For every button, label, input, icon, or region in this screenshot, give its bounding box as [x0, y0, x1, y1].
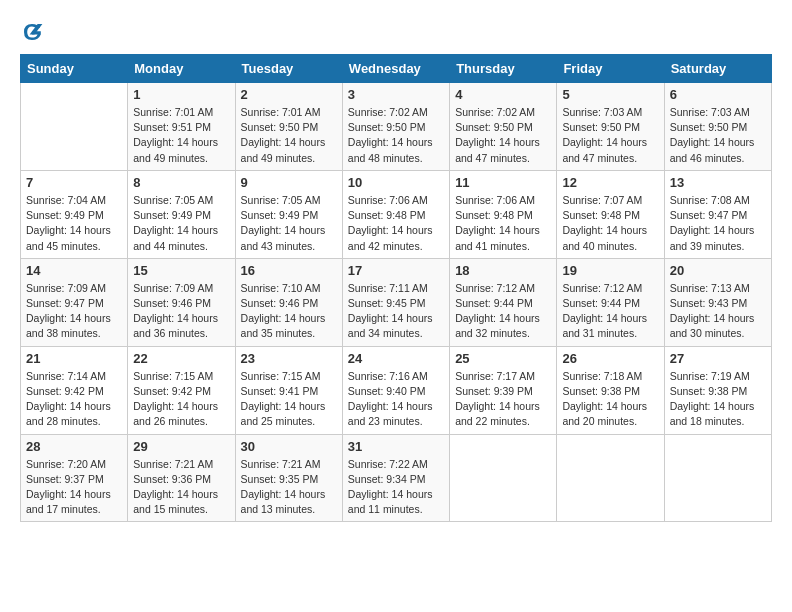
day-cell: 12Sunrise: 7:07 AM Sunset: 9:48 PM Dayli…	[557, 170, 664, 258]
day-cell: 11Sunrise: 7:06 AM Sunset: 9:48 PM Dayli…	[450, 170, 557, 258]
day-info: Sunrise: 7:18 AM Sunset: 9:38 PM Dayligh…	[562, 369, 658, 430]
day-info: Sunrise: 7:08 AM Sunset: 9:47 PM Dayligh…	[670, 193, 766, 254]
day-info: Sunrise: 7:06 AM Sunset: 9:48 PM Dayligh…	[455, 193, 551, 254]
day-info: Sunrise: 7:06 AM Sunset: 9:48 PM Dayligh…	[348, 193, 444, 254]
header-cell-tuesday: Tuesday	[235, 55, 342, 83]
day-number: 27	[670, 351, 766, 366]
day-cell: 9Sunrise: 7:05 AM Sunset: 9:49 PM Daylig…	[235, 170, 342, 258]
day-number: 23	[241, 351, 337, 366]
calendar-table: SundayMondayTuesdayWednesdayThursdayFrid…	[20, 54, 772, 522]
header-cell-saturday: Saturday	[664, 55, 771, 83]
day-info: Sunrise: 7:05 AM Sunset: 9:49 PM Dayligh…	[241, 193, 337, 254]
day-number: 2	[241, 87, 337, 102]
day-cell: 26Sunrise: 7:18 AM Sunset: 9:38 PM Dayli…	[557, 346, 664, 434]
day-info: Sunrise: 7:12 AM Sunset: 9:44 PM Dayligh…	[455, 281, 551, 342]
day-info: Sunrise: 7:09 AM Sunset: 9:46 PM Dayligh…	[133, 281, 229, 342]
week-row-4: 21Sunrise: 7:14 AM Sunset: 9:42 PM Dayli…	[21, 346, 772, 434]
day-cell: 3Sunrise: 7:02 AM Sunset: 9:50 PM Daylig…	[342, 83, 449, 171]
day-cell: 10Sunrise: 7:06 AM Sunset: 9:48 PM Dayli…	[342, 170, 449, 258]
day-cell: 8Sunrise: 7:05 AM Sunset: 9:49 PM Daylig…	[128, 170, 235, 258]
header-cell-wednesday: Wednesday	[342, 55, 449, 83]
day-number: 28	[26, 439, 122, 454]
day-number: 6	[670, 87, 766, 102]
day-number: 29	[133, 439, 229, 454]
day-info: Sunrise: 7:20 AM Sunset: 9:37 PM Dayligh…	[26, 457, 122, 518]
day-cell: 5Sunrise: 7:03 AM Sunset: 9:50 PM Daylig…	[557, 83, 664, 171]
day-number: 17	[348, 263, 444, 278]
day-number: 15	[133, 263, 229, 278]
header-cell-thursday: Thursday	[450, 55, 557, 83]
day-number: 13	[670, 175, 766, 190]
day-number: 14	[26, 263, 122, 278]
day-number: 3	[348, 87, 444, 102]
day-number: 9	[241, 175, 337, 190]
day-cell	[21, 83, 128, 171]
day-info: Sunrise: 7:11 AM Sunset: 9:45 PM Dayligh…	[348, 281, 444, 342]
day-number: 25	[455, 351, 551, 366]
day-cell: 22Sunrise: 7:15 AM Sunset: 9:42 PM Dayli…	[128, 346, 235, 434]
day-info: Sunrise: 7:03 AM Sunset: 9:50 PM Dayligh…	[562, 105, 658, 166]
day-info: Sunrise: 7:04 AM Sunset: 9:49 PM Dayligh…	[26, 193, 122, 254]
day-cell: 30Sunrise: 7:21 AM Sunset: 9:35 PM Dayli…	[235, 434, 342, 522]
day-number: 19	[562, 263, 658, 278]
day-cell	[557, 434, 664, 522]
day-number: 7	[26, 175, 122, 190]
day-number: 12	[562, 175, 658, 190]
day-info: Sunrise: 7:14 AM Sunset: 9:42 PM Dayligh…	[26, 369, 122, 430]
day-cell	[450, 434, 557, 522]
day-cell: 18Sunrise: 7:12 AM Sunset: 9:44 PM Dayli…	[450, 258, 557, 346]
day-cell: 17Sunrise: 7:11 AM Sunset: 9:45 PM Dayli…	[342, 258, 449, 346]
day-cell: 1Sunrise: 7:01 AM Sunset: 9:51 PM Daylig…	[128, 83, 235, 171]
day-cell: 6Sunrise: 7:03 AM Sunset: 9:50 PM Daylig…	[664, 83, 771, 171]
day-number: 5	[562, 87, 658, 102]
day-cell: 28Sunrise: 7:20 AM Sunset: 9:37 PM Dayli…	[21, 434, 128, 522]
day-cell: 24Sunrise: 7:16 AM Sunset: 9:40 PM Dayli…	[342, 346, 449, 434]
header-cell-monday: Monday	[128, 55, 235, 83]
day-cell	[664, 434, 771, 522]
logo-icon	[20, 20, 44, 44]
day-info: Sunrise: 7:15 AM Sunset: 9:41 PM Dayligh…	[241, 369, 337, 430]
day-info: Sunrise: 7:05 AM Sunset: 9:49 PM Dayligh…	[133, 193, 229, 254]
day-info: Sunrise: 7:09 AM Sunset: 9:47 PM Dayligh…	[26, 281, 122, 342]
day-cell: 4Sunrise: 7:02 AM Sunset: 9:50 PM Daylig…	[450, 83, 557, 171]
day-cell: 13Sunrise: 7:08 AM Sunset: 9:47 PM Dayli…	[664, 170, 771, 258]
day-info: Sunrise: 7:12 AM Sunset: 9:44 PM Dayligh…	[562, 281, 658, 342]
day-info: Sunrise: 7:21 AM Sunset: 9:35 PM Dayligh…	[241, 457, 337, 518]
day-number: 4	[455, 87, 551, 102]
day-cell: 19Sunrise: 7:12 AM Sunset: 9:44 PM Dayli…	[557, 258, 664, 346]
day-number: 16	[241, 263, 337, 278]
header-cell-friday: Friday	[557, 55, 664, 83]
header	[20, 20, 772, 44]
day-cell: 16Sunrise: 7:10 AM Sunset: 9:46 PM Dayli…	[235, 258, 342, 346]
logo	[20, 20, 48, 44]
day-info: Sunrise: 7:07 AM Sunset: 9:48 PM Dayligh…	[562, 193, 658, 254]
day-number: 26	[562, 351, 658, 366]
day-info: Sunrise: 7:02 AM Sunset: 9:50 PM Dayligh…	[455, 105, 551, 166]
day-number: 24	[348, 351, 444, 366]
day-info: Sunrise: 7:01 AM Sunset: 9:51 PM Dayligh…	[133, 105, 229, 166]
week-row-2: 7Sunrise: 7:04 AM Sunset: 9:49 PM Daylig…	[21, 170, 772, 258]
week-row-3: 14Sunrise: 7:09 AM Sunset: 9:47 PM Dayli…	[21, 258, 772, 346]
day-number: 21	[26, 351, 122, 366]
day-number: 22	[133, 351, 229, 366]
day-info: Sunrise: 7:03 AM Sunset: 9:50 PM Dayligh…	[670, 105, 766, 166]
week-row-5: 28Sunrise: 7:20 AM Sunset: 9:37 PM Dayli…	[21, 434, 772, 522]
day-cell: 21Sunrise: 7:14 AM Sunset: 9:42 PM Dayli…	[21, 346, 128, 434]
day-number: 8	[133, 175, 229, 190]
header-cell-sunday: Sunday	[21, 55, 128, 83]
day-info: Sunrise: 7:13 AM Sunset: 9:43 PM Dayligh…	[670, 281, 766, 342]
day-info: Sunrise: 7:17 AM Sunset: 9:39 PM Dayligh…	[455, 369, 551, 430]
day-cell: 2Sunrise: 7:01 AM Sunset: 9:50 PM Daylig…	[235, 83, 342, 171]
day-number: 18	[455, 263, 551, 278]
day-info: Sunrise: 7:16 AM Sunset: 9:40 PM Dayligh…	[348, 369, 444, 430]
day-info: Sunrise: 7:21 AM Sunset: 9:36 PM Dayligh…	[133, 457, 229, 518]
day-info: Sunrise: 7:02 AM Sunset: 9:50 PM Dayligh…	[348, 105, 444, 166]
day-cell: 27Sunrise: 7:19 AM Sunset: 9:38 PM Dayli…	[664, 346, 771, 434]
day-cell: 15Sunrise: 7:09 AM Sunset: 9:46 PM Dayli…	[128, 258, 235, 346]
day-info: Sunrise: 7:10 AM Sunset: 9:46 PM Dayligh…	[241, 281, 337, 342]
day-info: Sunrise: 7:19 AM Sunset: 9:38 PM Dayligh…	[670, 369, 766, 430]
day-number: 10	[348, 175, 444, 190]
week-row-1: 1Sunrise: 7:01 AM Sunset: 9:51 PM Daylig…	[21, 83, 772, 171]
day-number: 11	[455, 175, 551, 190]
day-info: Sunrise: 7:01 AM Sunset: 9:50 PM Dayligh…	[241, 105, 337, 166]
